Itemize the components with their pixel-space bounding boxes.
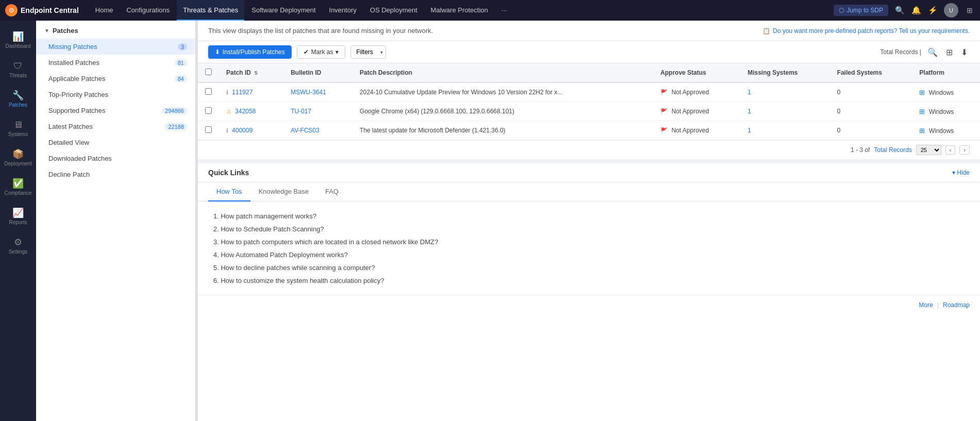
sidebar-item-compliance[interactable]: ✅ Compliance: [0, 173, 36, 202]
nav-threats-patches[interactable]: Threats & Patches: [177, 0, 244, 21]
nav-latest-patches[interactable]: Latest Patches 22188: [36, 119, 195, 134]
nav-decline-patch[interactable]: Decline Patch: [36, 166, 195, 182]
nav-configurations[interactable]: Configurations: [120, 0, 176, 21]
nav-installed-patches[interactable]: Installed Patches 81: [36, 55, 195, 71]
row-1-checkbox[interactable]: [205, 88, 212, 95]
list-item[interactable]: How to patch computers which are located…: [213, 235, 965, 248]
list-item[interactable]: How patch management works?: [213, 210, 965, 223]
pre-defined-text: Do you want more pre-defined patch repor…: [773, 27, 970, 35]
list-item[interactable]: How to customize the system health calcu…: [213, 274, 965, 287]
more-link[interactable]: More: [919, 301, 933, 309]
sort-icon: ⇅: [254, 71, 258, 76]
tab-faq[interactable]: FAQ: [317, 182, 347, 201]
latest-patches-badge: 22188: [165, 123, 187, 130]
missing-systems-header[interactable]: Missing Systems: [740, 63, 830, 82]
user-avatar[interactable]: U: [944, 3, 958, 18]
app-name: Endpoint Central: [21, 6, 79, 14]
patch-id-link-1[interactable]: 111927: [232, 89, 252, 96]
tab-knowledge-base[interactable]: Knowledge Base: [250, 182, 317, 201]
sidebar-item-patches[interactable]: 🔧 Patches: [0, 85, 36, 114]
select-all-checkbox[interactable]: [205, 69, 212, 75]
nav-downloaded-patches[interactable]: Downloaded Patches: [36, 150, 195, 166]
per-page-select[interactable]: 25 50 100: [916, 145, 941, 155]
pagination-total-link[interactable]: Total Records: [874, 146, 911, 154]
status-flag-icon-3: 🚩: [661, 127, 668, 133]
missing-count-link-2[interactable]: 1: [748, 108, 751, 115]
roadmap-link[interactable]: Roadmap: [943, 301, 970, 309]
tab-how-tos[interactable]: How Tos: [208, 182, 250, 201]
failed-systems-cell-1: 0: [830, 82, 913, 102]
supported-patches-label: Supported Patches: [48, 107, 106, 114]
activity-icon[interactable]: ⚡: [927, 5, 938, 15]
nav-os-deployment[interactable]: OS Deployment: [364, 0, 424, 21]
nav-software-deployment[interactable]: Software Deployment: [245, 0, 322, 21]
nav-home[interactable]: Home: [89, 0, 120, 21]
sidebar-item-deployment[interactable]: 📦 Deployment: [0, 143, 36, 173]
missing-count-link-3[interactable]: 1: [748, 127, 751, 134]
quick-links-section: Quick Links ▾ Hide How Tos Knowledge Bas…: [198, 163, 980, 421]
search-records-button[interactable]: 🔍: [925, 46, 940, 58]
sidebar-item-systems[interactable]: 🖥 Systems: [0, 114, 36, 143]
top-priority-label: Top-Priority Patches: [48, 91, 108, 98]
notifications-icon[interactable]: 🔔: [911, 5, 921, 15]
prev-page-button[interactable]: ‹: [945, 145, 956, 155]
bulletin-link-3[interactable]: AV-FCS03: [291, 127, 319, 134]
list-item[interactable]: How Automated Patch Deployment works?: [213, 248, 965, 261]
bulletin-link-2[interactable]: TU-017: [291, 108, 311, 115]
list-item[interactable]: How to Schedule Patch Scanning?: [213, 223, 965, 235]
nav-supported-patches[interactable]: Supported Patches 294866: [36, 103, 195, 119]
install-publish-button[interactable]: ⬇ Install/Publish Patches: [208, 45, 292, 59]
pre-defined-reports-link[interactable]: 📋 Do you want more pre-defined patch rep…: [763, 27, 970, 35]
nav-malware-protection[interactable]: Malware Protection: [425, 0, 494, 21]
compliance-icon: ✅: [12, 179, 24, 188]
patch-id-header[interactable]: Patch ID ⇅: [219, 63, 283, 82]
approve-status-header[interactable]: Approve Status: [653, 63, 740, 82]
search-icon[interactable]: 🔍: [894, 5, 905, 15]
hide-quick-links-button[interactable]: ▾ Hide: [952, 169, 970, 176]
sidebar-label-reports: Reports: [9, 220, 27, 225]
bulletin-link-1[interactable]: MSWU-3641: [291, 89, 326, 96]
mark-as-button[interactable]: ✔ Mark as ▾: [297, 45, 346, 59]
dropdown-arrow-icon: ▾: [335, 48, 339, 56]
bulletin-id-header[interactable]: Bulletin ID: [283, 63, 352, 82]
nav-more[interactable]: ···: [495, 0, 513, 21]
export-button[interactable]: ⬇: [959, 46, 970, 58]
threats-icon: 🛡: [13, 61, 23, 71]
jump-to-sdp-button[interactable]: ⬡ Jump to SDP: [834, 5, 888, 16]
row-3-checkbox[interactable]: [205, 126, 212, 133]
filters-select[interactable]: Filters: [350, 45, 386, 59]
status-flag-icon-1: 🚩: [661, 89, 668, 95]
nav-applicable-patches[interactable]: Applicable Patches 84: [36, 71, 195, 87]
description-cell-1: 2024-10 Cumulative Update Preview for Wi…: [352, 82, 653, 102]
sidebar-item-reports[interactable]: 📈 Reports: [0, 202, 36, 231]
row-2-checkbox[interactable]: [205, 107, 212, 114]
nav-inventory[interactable]: Inventory: [323, 0, 363, 21]
sidebar-item-settings[interactable]: ⚙ Settings: [0, 231, 36, 261]
app-logo[interactable]: ⊙ Endpoint Central: [5, 4, 79, 16]
report-icon: 📋: [763, 27, 770, 35]
nav-detailed-view[interactable]: Detailed View: [36, 134, 195, 150]
platform-header[interactable]: Platform: [912, 63, 980, 82]
next-page-button[interactable]: ›: [959, 145, 970, 155]
column-view-button[interactable]: ⊞: [944, 46, 955, 58]
nav-missing-patches[interactable]: Missing Patches 3: [36, 39, 195, 55]
missing-patches-badge: 3: [178, 43, 187, 50]
sidebar-item-threats[interactable]: 🛡 Threats: [0, 55, 36, 85]
how-to-list: How patch management works? How to Sched…: [213, 210, 965, 287]
select-all-header: [198, 63, 219, 82]
missing-patches-label: Missing Patches: [48, 43, 97, 50]
patch-id-link-3[interactable]: 400009: [232, 127, 252, 134]
apps-grid-icon[interactable]: ⊞: [965, 5, 975, 15]
patches-section-header[interactable]: ▼ Patches: [36, 21, 195, 39]
failed-systems-header[interactable]: Failed Systems: [830, 63, 913, 82]
missing-count-link-1[interactable]: 1: [748, 89, 751, 96]
sidebar-label-patches: Patches: [9, 102, 27, 108]
nav-top-priority-patches[interactable]: Top-Priority Patches: [36, 87, 195, 103]
list-item[interactable]: How to decline patches while scanning a …: [213, 261, 965, 274]
sidebar-label-deployment: Deployment: [4, 161, 31, 166]
patch-id-link-2[interactable]: 342058: [235, 108, 256, 115]
systems-icon: 🖥: [13, 120, 23, 129]
sidebar-item-dashboard[interactable]: 📊 Dashboard: [0, 26, 36, 55]
content-description: This view displays the list of patches t…: [208, 27, 433, 35]
patch-description-header[interactable]: Patch Description: [352, 63, 653, 82]
